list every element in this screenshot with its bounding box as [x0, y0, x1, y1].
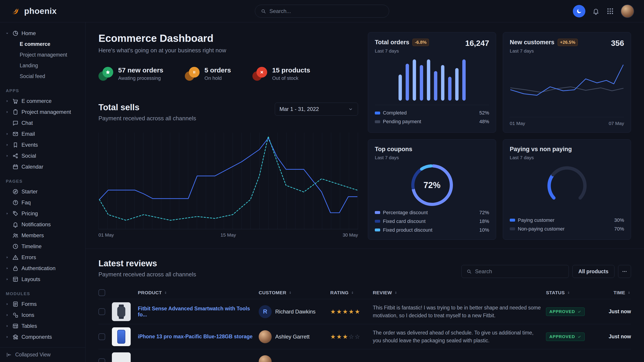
- stat-orders-on-hold: 5 ordersOn hold: [185, 66, 231, 81]
- caret-down-icon: [5, 31, 10, 35]
- sidebar-item-errors[interactable]: Errors: [0, 252, 85, 263]
- sidebar-subitem-landing[interactable]: Landing: [0, 60, 85, 71]
- sidebar-item-timeline[interactable]: Timeline: [0, 241, 85, 252]
- sidebar-item-notifications[interactable]: Notifications: [0, 219, 85, 230]
- caret-spacer: [5, 189, 10, 194]
- sidebar-item-authentication[interactable]: Authentication: [0, 263, 85, 274]
- sidebar-item-tables[interactable]: Tables: [0, 321, 85, 331]
- legend-swatch: [510, 227, 515, 230]
- latest-reviews-section: Latest reviews Payment received across a…: [86, 249, 644, 362]
- sidebar-item-calendar[interactable]: Calendar: [0, 161, 85, 172]
- new-customers-chart: [510, 57, 624, 110]
- product-link[interactable]: iPhone 13 pro max-Pacific Blue-128GB sto…: [138, 334, 254, 340]
- on-hold-blob: [185, 67, 200, 81]
- collapsed-view-toggle[interactable]: Collapsed View: [0, 347, 85, 362]
- table-row-partial: [98, 349, 631, 362]
- caret-right-icon: [5, 266, 10, 271]
- cart-icon: [12, 98, 19, 104]
- caret-spacer: [5, 200, 10, 205]
- column-header-time[interactable]: TIME: [602, 290, 631, 295]
- caret-right-icon: [5, 154, 10, 158]
- legend-swatch: [375, 211, 380, 214]
- coupons-donut-chart: 72%: [411, 164, 453, 206]
- sidebar-item-components[interactable]: Components: [0, 331, 85, 342]
- caret-spacer: [5, 222, 10, 227]
- sidebar-item-members[interactable]: Members: [0, 230, 85, 241]
- sidebar-item-forms[interactable]: Forms: [0, 299, 85, 310]
- clipboard-icon: [12, 109, 19, 115]
- check-icon: [577, 335, 581, 339]
- share-icon: [12, 152, 19, 159]
- row-checkbox[interactable]: [98, 359, 105, 362]
- layout-icon: [12, 276, 19, 283]
- review-text: This Fitbit is fantastic! I was trying t…: [373, 304, 542, 319]
- sidebar-subitem-social-feed[interactable]: Social feed: [0, 71, 85, 82]
- new-customers-x-axis: 01 May 07 May: [510, 117, 624, 126]
- all-products-filter-button[interactable]: All products: [572, 265, 614, 278]
- customer-avatar-photo: [259, 330, 272, 343]
- check-icon: [577, 310, 581, 314]
- kpi-cards: Total orders-6.8% Last 7 days 16,247 Com…: [368, 32, 631, 240]
- users-icon: [12, 232, 19, 239]
- reviews-toolbar: All products: [462, 265, 631, 278]
- brand-link[interactable]: phoenix: [10, 6, 56, 16]
- customer-cell: R Richard Dawkins: [259, 305, 326, 318]
- review-time: Just now: [602, 309, 631, 315]
- donut-center-value: 72%: [411, 164, 453, 206]
- search-icon: [260, 8, 266, 14]
- apps-grid-icon[interactable]: [606, 7, 614, 15]
- customer-avatar-photo: [259, 355, 272, 362]
- caret-spacer: [5, 244, 10, 249]
- phoenix-logo-icon: [10, 6, 20, 16]
- orders-legend: Completed52% Pending payment48%: [375, 105, 489, 126]
- sidebar-item-layouts[interactable]: Layouts: [0, 274, 85, 285]
- sidebar-item-events[interactable]: Events: [0, 139, 85, 150]
- new-orders-blob: [98, 67, 113, 81]
- card-title: Top coupons: [375, 146, 412, 153]
- column-header-product[interactable]: PRODUCT: [138, 290, 254, 295]
- sidebar-subitem-project-management[interactable]: Project management: [0, 49, 85, 60]
- sidebar-item-email[interactable]: Email: [0, 128, 85, 139]
- product-thumbnail-watch[interactable]: [112, 302, 131, 321]
- column-header-review[interactable]: REVIEW: [373, 290, 542, 295]
- sidebar-item-faq[interactable]: Faq: [0, 197, 85, 208]
- total-sells-chart: [98, 132, 358, 229]
- table-row: Fitbit Sense Advanced Smartwatch with To…: [98, 299, 631, 324]
- product-thumbnail-phone[interactable]: [112, 327, 131, 346]
- row-checkbox[interactable]: [98, 333, 105, 340]
- more-options-button[interactable]: [618, 265, 631, 278]
- sidebar-item-social[interactable]: Social: [0, 150, 85, 161]
- review-text: The order was delivered ahead of schedul…: [373, 329, 542, 344]
- column-header-rating[interactable]: RATING: [330, 290, 368, 295]
- select-all-checkbox[interactable]: [98, 289, 105, 296]
- top-coupons-card: Top coupons Last 7 days 72% Percentage d…: [368, 139, 496, 240]
- notifications-bell-icon[interactable]: [592, 7, 600, 15]
- sort-icon: [566, 291, 570, 295]
- sidebar: Home E commerce Project management Landi…: [0, 22, 86, 362]
- caret-right-icon: [5, 277, 10, 282]
- sidebar-item-apps-project-management[interactable]: Project management: [0, 106, 85, 117]
- column-header-customer[interactable]: CUSTOMER: [259, 290, 326, 295]
- brand-name: phoenix: [24, 6, 56, 16]
- sidebar-item-icons[interactable]: Icons: [0, 310, 85, 321]
- product-link[interactable]: Fitbit Sense Advanced Smartwatch with To…: [138, 306, 254, 318]
- phone-image: [117, 330, 125, 344]
- global-search-input[interactable]: [270, 8, 384, 14]
- column-header-status[interactable]: STATUS: [546, 290, 598, 295]
- sidebar-item-pricing[interactable]: Pricing: [0, 208, 85, 219]
- product-thumbnail[interactable]: [112, 353, 131, 362]
- sidebar-section-pages: PAGES: [0, 179, 85, 184]
- sidebar-item-starter[interactable]: Starter: [0, 186, 85, 197]
- sidebar-subitem-e-commerce[interactable]: E commerce: [0, 39, 85, 49]
- sidebar-item-apps-e-commerce[interactable]: E commerce: [0, 95, 85, 106]
- reviews-search-input[interactable]: [475, 268, 564, 275]
- user-avatar[interactable]: [621, 4, 634, 18]
- mail-icon: [12, 131, 19, 137]
- date-range-select[interactable]: Mar 1 - 31, 2022: [275, 103, 358, 116]
- caret-right-icon: [5, 335, 10, 339]
- theme-toggle-button[interactable]: [573, 5, 585, 17]
- caret-right-icon: [5, 313, 10, 317]
- sidebar-item-chat[interactable]: Chat: [0, 117, 85, 128]
- row-checkbox[interactable]: [98, 308, 105, 315]
- sidebar-item-home[interactable]: Home: [0, 28, 85, 39]
